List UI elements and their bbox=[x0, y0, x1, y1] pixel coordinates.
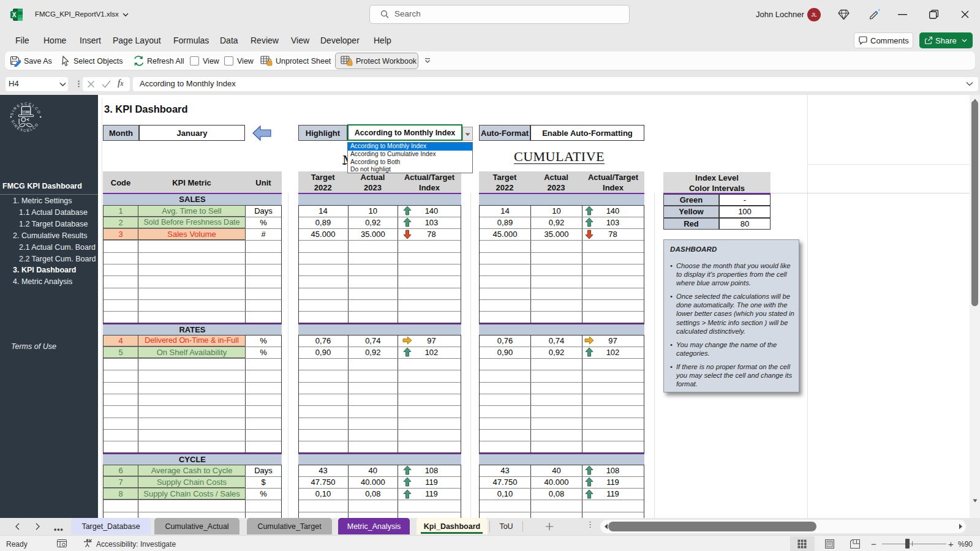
svg-text:SIREXCELCO: SIREXCELCO bbox=[11, 119, 40, 132]
svg-text:SIREXCELCO: SIREXCELCO bbox=[10, 102, 42, 116]
svg-text:X: X bbox=[12, 12, 17, 18]
